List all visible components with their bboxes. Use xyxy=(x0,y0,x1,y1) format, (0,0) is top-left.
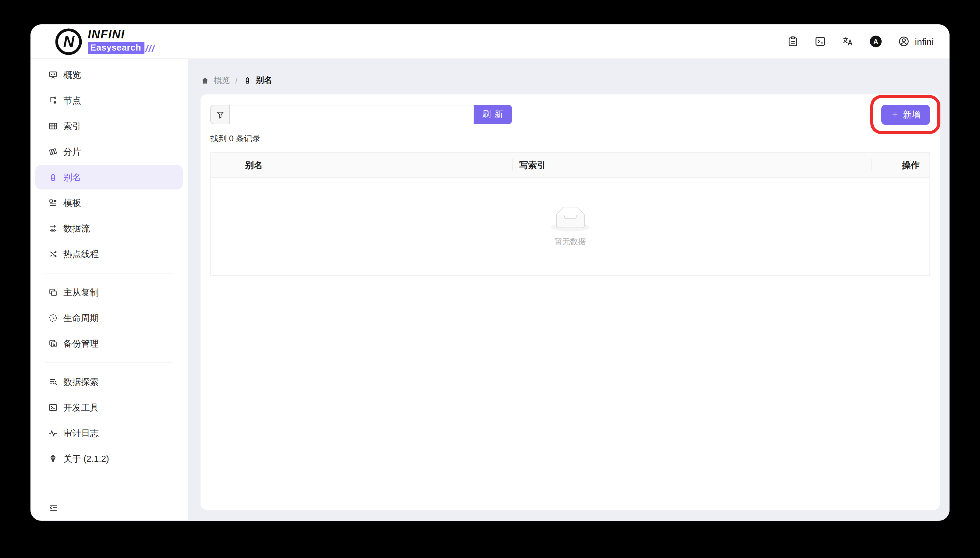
filter-button[interactable] xyxy=(210,105,230,124)
sidebar-item-nodes[interactable]: 节点 xyxy=(35,88,183,113)
overview-icon xyxy=(48,70,58,80)
alias-tag-icon xyxy=(243,76,252,85)
breadcrumb-current: 别名 xyxy=(256,75,272,86)
sidebar-item-data-streams[interactable]: 数据流 xyxy=(35,216,183,241)
record-count-text: 找到 0 条记录 xyxy=(210,133,930,144)
user-menu[interactable]: infini xyxy=(898,35,934,48)
sidebar-item-indices[interactable]: 索引 xyxy=(35,114,183,138)
sidebar-item-about[interactable]: 关于 (2.1.2) xyxy=(35,446,183,471)
sidebar-item-data-explore[interactable]: 数据探索 xyxy=(35,370,183,394)
table-empty-state: 暂无数据 xyxy=(211,178,929,275)
sidebar-nav: 概览 节点 xyxy=(30,59,188,495)
funnel-icon xyxy=(215,110,225,119)
translate-icon[interactable] xyxy=(842,35,854,48)
audit-logs-icon xyxy=(48,428,58,438)
expand-column-header xyxy=(211,153,238,177)
theme-badge-icon[interactable]: A xyxy=(869,35,883,48)
indices-icon xyxy=(48,121,58,131)
sidebar-item-replication[interactable]: 主从复制 xyxy=(35,280,183,305)
backup-icon xyxy=(48,339,58,348)
nodes-icon xyxy=(48,96,58,105)
terminal-icon[interactable] xyxy=(814,35,826,48)
sidebar-divider xyxy=(45,363,173,363)
clipboard-icon[interactable] xyxy=(787,35,799,48)
refresh-button[interactable]: 刷 新 xyxy=(474,105,512,124)
sidebar-item-audit-logs[interactable]: 审计日志 xyxy=(35,421,183,445)
sidebar-item-templates[interactable]: 模板 xyxy=(35,191,183,215)
add-button[interactable]: 新增 xyxy=(881,105,930,125)
username: infini xyxy=(915,36,934,47)
plus-icon xyxy=(891,110,899,118)
svg-text:A: A xyxy=(873,38,878,45)
home-icon[interactable] xyxy=(201,76,210,85)
app-window: N INFINI Easysearch /// xyxy=(30,25,950,521)
sidebar-item-shards[interactable]: 分片 xyxy=(35,140,183,164)
alias-tag-icon xyxy=(48,172,58,182)
breadcrumb: 概览 / 别名 xyxy=(201,75,940,86)
brand-name: INFINI xyxy=(88,29,155,41)
replication-icon xyxy=(48,287,58,297)
empty-box-icon xyxy=(551,206,590,231)
product-name: Easysearch xyxy=(88,42,144,54)
hot-threads-icon xyxy=(48,249,58,259)
screen: N INFINI Easysearch /// xyxy=(0,0,980,558)
sidebar: 概览 节点 xyxy=(30,59,188,520)
main-content: 概览 / 别名 xyxy=(188,59,950,520)
alias-table: 别名 写索引 操作 xyxy=(210,152,930,276)
column-header-operations: 操作 xyxy=(871,153,929,177)
sidebar-item-alias[interactable]: 别名 xyxy=(35,165,183,189)
data-explore-icon xyxy=(48,377,58,387)
svg-text:N: N xyxy=(63,33,75,50)
sidebar-footer xyxy=(30,495,188,520)
sidebar-item-overview[interactable]: 概览 xyxy=(35,63,183,87)
templates-icon xyxy=(48,198,58,208)
about-icon xyxy=(48,454,58,464)
data-streams-icon xyxy=(48,223,58,233)
logo-text: INFINI Easysearch /// xyxy=(88,29,155,54)
logo-slashes: /// xyxy=(145,44,155,53)
sidebar-divider xyxy=(45,273,173,274)
filter-input[interactable] xyxy=(230,105,474,124)
user-icon xyxy=(898,35,910,48)
toolbar: 刷 新 新增 xyxy=(210,104,930,125)
infini-logo-icon: N xyxy=(55,28,82,55)
collapse-sidebar-icon[interactable] xyxy=(48,502,59,513)
sidebar-item-backup[interactable]: 备份管理 xyxy=(35,332,183,356)
alias-page-card: 刷 新 新增 找到 0 条记录 xyxy=(201,94,940,510)
breadcrumb-separator: / xyxy=(235,76,237,85)
sidebar-item-dev-tools[interactable]: 开发工具 xyxy=(35,396,183,420)
column-header-alias: 别名 xyxy=(238,153,512,177)
shards-icon xyxy=(48,147,58,157)
header-actions: A infini xyxy=(787,35,934,48)
column-header-write-index: 写索引 xyxy=(512,153,871,177)
top-header: N INFINI Easysearch /// xyxy=(30,25,950,59)
empty-text: 暂无数据 xyxy=(554,236,586,247)
sidebar-item-hot-threads[interactable]: 热点线程 xyxy=(35,242,183,266)
brand-logo[interactable]: N INFINI Easysearch /// xyxy=(55,28,155,55)
dev-tools-icon xyxy=(48,403,58,412)
table-header-row: 别名 写索引 操作 xyxy=(211,153,929,178)
add-button-wrap: 新增 xyxy=(881,105,930,125)
breadcrumb-overview-link[interactable]: 概览 xyxy=(214,75,230,86)
lifecycle-icon xyxy=(48,313,58,323)
sidebar-item-lifecycle[interactable]: 生命周期 xyxy=(35,306,183,330)
